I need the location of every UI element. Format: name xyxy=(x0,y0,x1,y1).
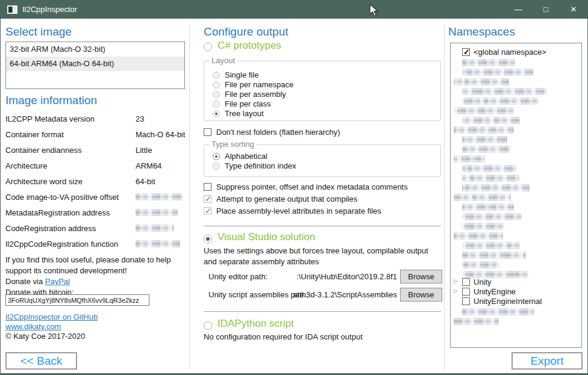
redacted-namespace-row[interactable] xyxy=(462,88,546,95)
donate-via-text: Donate via xyxy=(5,277,43,286)
global-namespace-checkbox[interactable] xyxy=(462,48,470,56)
visual-studio-solution-label[interactable]: Visual Studio solution xyxy=(217,231,315,243)
csharp-prototypes-radio[interactable] xyxy=(204,43,212,51)
suppress-metadata-comments-checkbox[interactable] xyxy=(204,183,211,191)
image-list-item[interactable]: 32-bit ARM (Mach-O 32-bit) xyxy=(6,42,184,57)
redacted-namespace-row[interactable] xyxy=(462,252,526,259)
app-icon xyxy=(7,5,17,14)
type-sorting-groupbox-title: Type sorting xyxy=(209,140,257,149)
window-title: Il2CppInspector xyxy=(22,5,77,14)
redacted-namespace-row[interactable] xyxy=(462,146,510,153)
close-button[interactable]: ✕ xyxy=(560,0,587,19)
redacted-namespace-row[interactable] xyxy=(454,155,485,163)
layout-file-per-class-label[interactable]: File per class xyxy=(225,99,271,108)
unity-editor-path-value[interactable]: :\Unity\Hub\Editor\2019.2.8f1 xyxy=(266,272,397,281)
redacted-namespace-row[interactable] xyxy=(454,126,514,134)
titlebar: Il2CppInspector — □ ✕ xyxy=(1,0,587,19)
redacted-namespace-row[interactable] xyxy=(462,69,533,76)
layout-file-per-assembly-radio[interactable] xyxy=(213,91,220,98)
website-link[interactable]: www.djkaty.com xyxy=(5,322,61,331)
flatten-hierarchy-checkbox[interactable] xyxy=(204,128,211,136)
redacted-namespace-row[interactable] xyxy=(462,117,520,124)
info-row: IL2CPP Metadata version 23 xyxy=(5,114,186,124)
image-list-item-selected[interactable]: 64-bit ARM64 (Mach-O 64-bit) xyxy=(6,57,184,71)
flatten-hierarchy-label[interactable]: Don't nest folders (flatten hierarchy) xyxy=(216,128,340,137)
redacted-namespace-row[interactable] xyxy=(462,59,515,66)
layout-single-file-label[interactable]: Single file xyxy=(225,70,258,79)
redacted-namespace-row[interactable] xyxy=(462,165,516,172)
unityengineinternal-label: UnityEngineInternal xyxy=(474,297,542,306)
minimize-button[interactable]: — xyxy=(504,0,532,19)
redacted-value xyxy=(136,225,174,232)
maximize-icon: □ xyxy=(543,5,548,14)
unity-script-browse-button[interactable]: Browse xyxy=(400,288,442,302)
attempt-compile-checkbox[interactable] xyxy=(204,195,211,203)
layout-tree-layout-radio[interactable] xyxy=(213,110,220,117)
namespace-item-unity[interactable]: ▷ Unity xyxy=(451,278,581,288)
layout-file-per-namespace-label[interactable]: File per namespace xyxy=(225,80,293,89)
redacted-namespace-row[interactable] xyxy=(462,213,522,220)
visual-studio-solution-radio[interactable] xyxy=(204,235,212,243)
idapython-script-label[interactable]: IDAPython script xyxy=(217,318,294,330)
configure-output-header: Configure output xyxy=(204,25,289,39)
redacted-namespace-row[interactable] xyxy=(462,203,514,211)
unity-checkbox[interactable] xyxy=(462,278,470,286)
image-listbox: 32-bit ARM (Mach-O 32-bit) 64-bit ARM64 … xyxy=(5,42,185,89)
layout-file-per-assembly-label[interactable]: File per assembly xyxy=(225,90,286,99)
info-row: Architecture ARM64 xyxy=(5,161,186,171)
info-row: Container endianness Little xyxy=(5,146,186,155)
layout-file-per-class-radio[interactable] xyxy=(213,101,220,108)
redacted-namespace-row[interactable] xyxy=(454,232,503,240)
redacted-namespace-row[interactable] xyxy=(462,223,504,230)
image-information-header: Image information xyxy=(5,94,97,107)
redacted-namespace-row[interactable] xyxy=(462,136,507,143)
redacted-namespace-row[interactable] xyxy=(454,78,509,85)
expander-icon[interactable]: ▷ xyxy=(454,278,458,284)
unity-script-path-value[interactable]: ate.3d-3.1.2\ScriptAssemblies xyxy=(266,290,397,299)
redacted-namespace-row[interactable] xyxy=(462,98,539,105)
donate-text-line2: support its continued development! xyxy=(5,266,127,275)
github-link[interactable]: Il2CppInspector on GitHub xyxy=(5,312,98,321)
layout-tree-layout-label[interactable]: Tree layout xyxy=(225,109,264,118)
layout-file-per-namespace-radio[interactable] xyxy=(213,81,220,88)
assembly-attributes-label[interactable]: Place assembly-level attributes in separ… xyxy=(216,206,381,215)
sorting-alphabetical-label[interactable]: Alphabetical xyxy=(225,152,267,161)
sorting-type-definition-index-radio[interactable] xyxy=(213,163,220,170)
unity-editor-browse-button[interactable]: Browse xyxy=(400,270,442,284)
namespace-item-unityengineinternal[interactable]: UnityEngineInternal xyxy=(451,297,581,307)
csharp-prototypes-label[interactable]: C# prototypes xyxy=(217,40,281,52)
assembly-attributes-checkbox[interactable] xyxy=(204,207,211,215)
paypal-link[interactable]: PayPal xyxy=(45,277,70,286)
expander-icon[interactable]: ▷ xyxy=(454,288,458,294)
redacted-value xyxy=(136,193,183,200)
attempt-compile-label[interactable]: Attempt to generate output that compiles xyxy=(216,194,357,203)
info-row: MetadataRegistration address xyxy=(5,208,186,218)
redacted-namespace-row[interactable] xyxy=(462,271,528,278)
redacted-namespace-row[interactable] xyxy=(462,308,534,315)
back-button[interactable]: << Back xyxy=(5,352,77,370)
redacted-namespace-row[interactable] xyxy=(462,261,499,268)
redacted-namespace-row[interactable] xyxy=(454,194,511,201)
namespaces-header: Namespaces xyxy=(448,25,515,39)
redacted-namespace-row[interactable] xyxy=(462,175,519,182)
maximize-button[interactable]: □ xyxy=(532,0,560,19)
idapython-script-radio[interactable] xyxy=(204,321,212,330)
bitcoin-address-field[interactable] xyxy=(5,294,149,306)
redacted-value xyxy=(136,209,178,216)
unityengine-checkbox[interactable] xyxy=(462,288,470,296)
namespace-item-global[interactable]: <global namespace> xyxy=(451,48,581,58)
redacted-namespace-row[interactable] xyxy=(462,242,520,249)
info-row: Code image-to-VA positive offset xyxy=(5,193,186,202)
export-button[interactable]: Export xyxy=(511,352,583,370)
namespace-item-unityengine[interactable]: ▷ UnityEngine xyxy=(451,288,581,297)
sorting-alphabetical-radio[interactable] xyxy=(213,153,220,160)
type-sorting-groupbox: Type sorting Alphabetical Type definitio… xyxy=(204,144,441,177)
unityengineinternal-checkbox[interactable] xyxy=(462,297,470,305)
redacted-namespace-row[interactable] xyxy=(462,184,530,191)
redacted-namespace-row[interactable] xyxy=(454,107,514,114)
info-row: CodeRegistration address xyxy=(5,224,186,234)
redacted-namespace-row[interactable] xyxy=(454,318,499,325)
suppress-metadata-comments-label[interactable]: Suppress pointer, offset and index metad… xyxy=(216,182,408,191)
layout-single-file-radio[interactable] xyxy=(213,72,220,79)
sorting-type-definition-index-label[interactable]: Type definition index xyxy=(225,161,296,170)
